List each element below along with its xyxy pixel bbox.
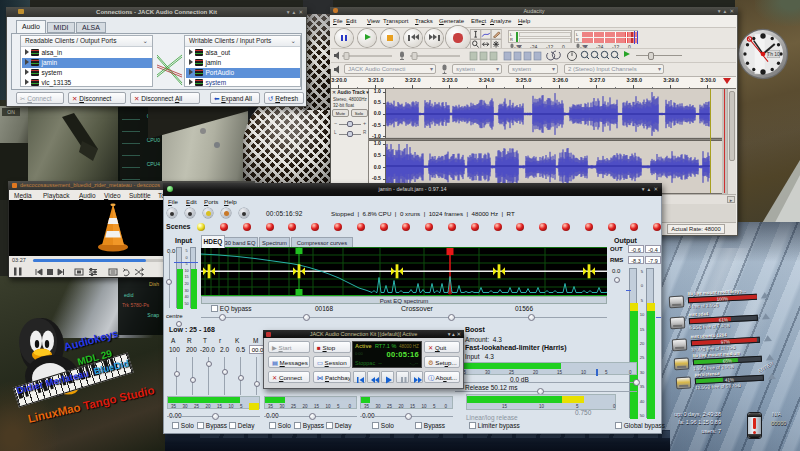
svg-text:Th 10: Th 10 <box>767 51 780 57</box>
